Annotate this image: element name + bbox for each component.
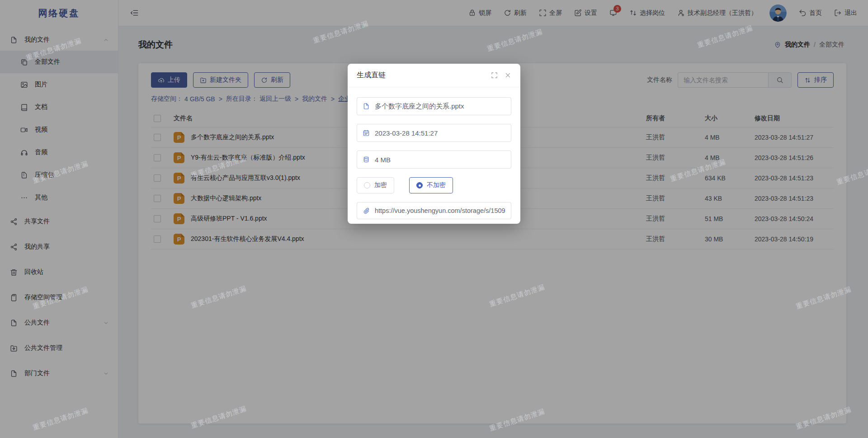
- modal-field-value: 4 MB: [375, 156, 391, 164]
- encrypt-options: 加密 不加密: [357, 177, 511, 193]
- modal-title: 生成直链: [357, 71, 386, 80]
- direct-link-field[interactable]: https://vue.youshengyun.com/storage/s/15…: [357, 202, 511, 219]
- radio-icon: [364, 182, 370, 188]
- encrypt-radio-option[interactable]: 加密: [357, 177, 394, 193]
- app-window: 网络硬盘 我的文件 全部文件 图片: [0, 0, 868, 438]
- modal-info-field: 多个数字底座之间的关系.pptx: [357, 97, 511, 115]
- database-icon: [363, 156, 370, 163]
- modal-field-value: 多个数字底座之间的关系.pptx: [375, 102, 464, 111]
- modal-info-field: 4 MB: [357, 151, 511, 169]
- modal-field-value: 2023-03-28 14:51:27: [375, 129, 438, 137]
- encrypt-radio-option[interactable]: 不加密: [409, 177, 453, 193]
- modal-body: 多个数字底座之间的关系.pptx 2023-03-28 14:51:27 4 M…: [348, 87, 520, 219]
- modal-close-icon[interactable]: [505, 72, 511, 79]
- modal-info-field: 2023-03-28 14:51:27: [357, 124, 511, 142]
- radio-label: 加密: [374, 181, 387, 189]
- generate-link-modal: 生成直链 多个数字底座之间的关系.pptx 2023-03-28 14:51:2…: [348, 64, 520, 224]
- link-icon: [363, 207, 370, 214]
- modal-maximize-icon[interactable]: [491, 72, 498, 79]
- direct-link-value: https://vue.youshengyun.com/storage/s/15…: [375, 207, 505, 214]
- modal-header: 生成直链: [348, 64, 520, 87]
- radio-icon: [416, 182, 423, 188]
- radio-label: 不加密: [427, 181, 446, 189]
- file-icon: [363, 103, 370, 110]
- calendar-icon: [363, 129, 370, 137]
